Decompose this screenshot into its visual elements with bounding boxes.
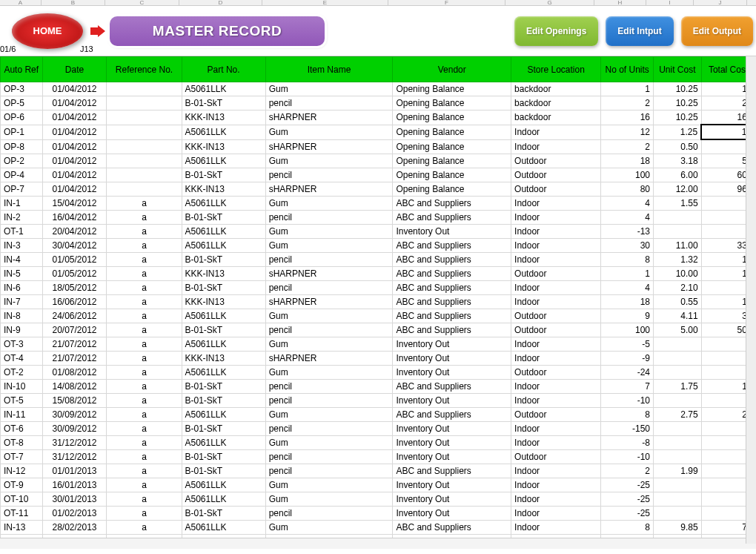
cell[interactable]: Outdoor	[511, 450, 601, 464]
cell[interactable]: a	[107, 323, 182, 337]
cell[interactable]	[107, 125, 182, 139]
cell[interactable]	[107, 154, 182, 168]
cell[interactable]: Opening Balance	[393, 168, 511, 182]
cell[interactable]: ABC and Suppliers	[393, 281, 511, 295]
home-button[interactable]: HOME	[12, 13, 83, 49]
cell[interactable]: a	[107, 239, 182, 253]
cell[interactable]: a	[107, 521, 182, 535]
cell[interactable]: 18	[601, 295, 654, 309]
cell[interactable]: Gum	[265, 225, 393, 239]
cell[interactable]: IN-7	[1, 295, 43, 309]
cell[interactable]: Gum	[265, 239, 393, 253]
cell[interactable]: a	[107, 267, 182, 281]
cell[interactable]: -13	[601, 225, 654, 239]
cell[interactable]: Indoor	[511, 436, 601, 450]
cell[interactable]	[654, 492, 702, 507]
cell[interactable]: a	[107, 295, 182, 309]
cell[interactable]: Indoor	[511, 295, 601, 309]
cell[interactable]: 8	[601, 408, 654, 422]
cell[interactable]: 16	[601, 111, 654, 125]
cell[interactable]: Gum	[265, 82, 393, 96]
cell[interactable]: 2.10	[654, 281, 702, 295]
cell[interactable]: Indoor	[511, 464, 601, 478]
cell[interactable]: OT-4	[1, 352, 43, 366]
cell[interactable]: 1.99	[654, 464, 702, 478]
cell[interactable]: Inventory Out	[393, 450, 511, 464]
cell[interactable]: pencil	[265, 96, 393, 111]
cell[interactable]: OT-11	[1, 507, 43, 521]
cell[interactable]: 01/04/2012	[42, 139, 107, 154]
cell[interactable]: 4.11	[654, 309, 702, 323]
col-store-location[interactable]: Store Location	[511, 57, 601, 82]
cell[interactable]: OT-10	[1, 492, 43, 507]
cell[interactable]: OT-6	[1, 422, 43, 436]
cell[interactable]	[654, 366, 702, 380]
cell[interactable]: B-01-SkT	[182, 464, 265, 478]
cell[interactable]: A5061LLK	[182, 82, 265, 96]
cell[interactable]: ABC and Suppliers	[393, 380, 511, 394]
cell[interactable]	[654, 394, 702, 408]
cell[interactable]: IN-2	[1, 211, 43, 225]
cell[interactable]: 01/08/2012	[42, 366, 107, 380]
cell[interactable]: A5061LLK	[182, 492, 265, 507]
cell[interactable]: Indoor	[511, 521, 601, 535]
cell[interactable]: Indoor	[511, 380, 601, 394]
cell[interactable]: 1.75	[654, 380, 702, 394]
cell[interactable]: a	[107, 380, 182, 394]
cell[interactable]: 28/02/2013	[42, 521, 107, 535]
cell[interactable]: 01/05/2012	[42, 253, 107, 267]
cell[interactable]: 2	[601, 464, 654, 478]
cell[interactable]: KKK-IN13	[182, 139, 265, 154]
cell[interactable]: OP-8	[1, 139, 43, 154]
cell[interactable]: 4	[601, 281, 654, 295]
cell[interactable]: backdoor	[511, 111, 601, 125]
cell[interactable]: A5061LLK	[182, 154, 265, 168]
cell[interactable]: Opening Balance	[393, 182, 511, 197]
cell[interactable]: Indoor	[511, 337, 601, 352]
cell[interactable]: a	[107, 352, 182, 366]
cell[interactable]: a	[107, 422, 182, 436]
cell[interactable]: A5061LLK	[182, 309, 265, 323]
cell[interactable]: ABC and Suppliers	[393, 197, 511, 211]
data-grid[interactable]: Auto Ref Date Reference No. Part No. Ite…	[0, 56, 756, 538]
cell[interactable]: Inventory Out	[393, 394, 511, 408]
cell[interactable]	[107, 182, 182, 197]
edit-output-button[interactable]: Edit Output	[681, 16, 753, 46]
cell[interactable]: 3.18	[654, 154, 702, 168]
cell[interactable]: Indoor	[511, 422, 601, 436]
col-vendor[interactable]: Vendor	[393, 57, 511, 82]
cell[interactable]: 01/04/2012	[42, 168, 107, 182]
cell[interactable]: 1.32	[654, 253, 702, 267]
cell[interactable]: IN-3	[1, 239, 43, 253]
cell[interactable]: Gum	[265, 521, 393, 535]
cell[interactable]: A5061LLK	[182, 125, 265, 139]
cell[interactable]: Indoor	[511, 139, 601, 154]
cell[interactable]: OP-6	[1, 111, 43, 125]
cell[interactable]: a	[107, 464, 182, 478]
cell[interactable]: OP-7	[1, 182, 43, 197]
cell[interactable]: 14/08/2012	[42, 380, 107, 394]
cell[interactable]: Gum	[265, 125, 393, 139]
cell[interactable]: Opening Balance	[393, 125, 511, 139]
cell[interactable]: a	[107, 408, 182, 422]
horizontal-scrollbar[interactable]	[0, 538, 756, 548]
cell[interactable]	[654, 352, 702, 366]
cell[interactable]: a	[107, 478, 182, 492]
cell[interactable]: Opening Balance	[393, 139, 511, 154]
cell[interactable]: Gum	[265, 366, 393, 380]
cell[interactable]: 10.25	[654, 82, 702, 96]
cell[interactable]: 2	[601, 96, 654, 111]
cell[interactable]: Opening Balance	[393, 111, 511, 125]
cell[interactable]: 01/05/2012	[42, 267, 107, 281]
cell[interactable]: a	[107, 211, 182, 225]
cell[interactable]: 9	[601, 309, 654, 323]
cell[interactable]: 18/05/2012	[42, 281, 107, 295]
col-part-no[interactable]: Part No.	[182, 57, 265, 82]
cell[interactable]: 10.25	[654, 111, 702, 125]
cell[interactable]: Outdoor	[511, 154, 601, 168]
cell[interactable]: Opening Balance	[393, 82, 511, 96]
col-item-name[interactable]: Item Name	[265, 57, 393, 82]
cell[interactable]: KKK-IN13	[182, 295, 265, 309]
cell[interactable]: 01/02/2013	[42, 507, 107, 521]
cell[interactable]: pencil	[265, 422, 393, 436]
